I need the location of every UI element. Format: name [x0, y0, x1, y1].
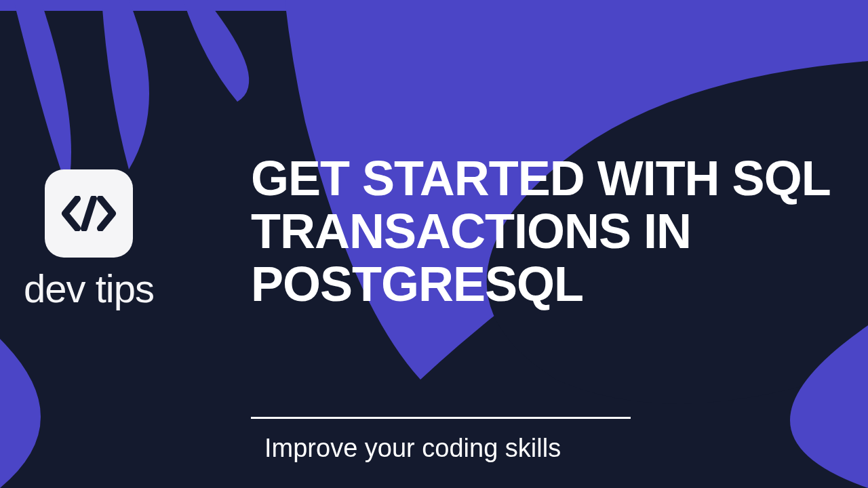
- brand-name: dev tips: [24, 266, 154, 311]
- brand-icon-box: [45, 169, 133, 258]
- code-brackets-icon: [61, 196, 117, 231]
- subtitle: Improve your coding skills: [264, 434, 561, 463]
- page-title: GET STARTED WITH SQL TRANSACTIONS IN POS…: [251, 152, 848, 310]
- divider: [251, 417, 631, 419]
- brand-block: dev tips: [24, 169, 154, 311]
